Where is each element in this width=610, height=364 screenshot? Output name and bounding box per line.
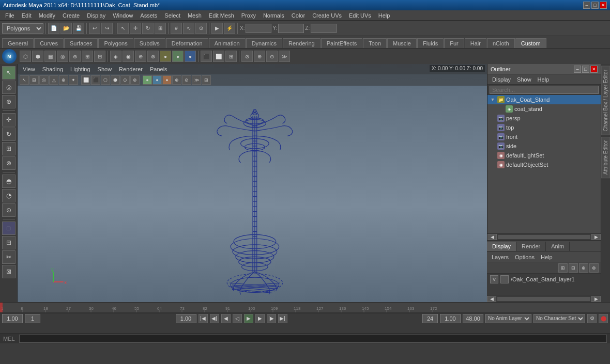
layer-scroll-right[interactable]: ▶ [591,296,601,302]
tree-item-lightset[interactable]: ◉ defaultLightSet [487,151,601,160]
tab-fluids[interactable]: Fluids [417,38,444,48]
expand-icon-side[interactable] [490,143,496,149]
expand-icon-lightset[interactable] [490,152,496,159]
vp-btn-6[interactable]: ✦ [69,75,78,85]
layer-menu-layers[interactable]: Layers [489,254,511,261]
expand-icon-objectset[interactable] [490,162,496,168]
vp-btn-19[interactable]: ⊞ [202,75,211,85]
menu-edit-uvs[interactable]: Edit UVs [346,11,374,20]
menu-mesh[interactable]: Mesh [185,11,205,20]
vp-menu-renderer[interactable]: Renderer [116,65,146,73]
tab-subdivs[interactable]: Subdivs [134,38,165,48]
expand-icon-front[interactable] [490,134,496,140]
minimize-button[interactable]: – [583,2,590,9]
shelf-btn-20[interactable]: ⊙ [266,51,278,62]
anim-opts-btn[interactable]: ⚙ [587,314,597,323]
vp-btn-8[interactable]: ⬛ [91,75,100,85]
menu-modify[interactable]: Modify [36,11,58,20]
outliner-search-input[interactable] [490,86,599,94]
layer-tab-display[interactable]: Display [487,242,516,251]
vp-btn-1[interactable]: ↖ [20,75,29,85]
lasso-tool[interactable]: ◎ [2,81,16,94]
mel-input-area[interactable] [19,335,607,343]
tab-general[interactable]: General [2,38,34,48]
vp-btn-4[interactable]: △ [49,75,58,85]
rotate-tool[interactable]: ↻ [2,128,16,141]
tab-painteffects[interactable]: PaintEffects [321,38,363,48]
shelf-btn-10[interactable]: ⊕ [135,51,146,62]
y-input[interactable] [278,24,304,33]
go-start-btn[interactable]: |◀ [199,314,208,323]
vp-btn-9[interactable]: ⬡ [101,75,110,85]
layer-tab-render[interactable]: Render [516,242,546,251]
scale-tool[interactable]: ⊞ [2,142,16,155]
side-tab-attribute-editor[interactable]: Attribute Editor [601,137,610,178]
show-manip-tool[interactable]: ⊙ [2,203,16,217]
close-button[interactable]: ✕ [600,2,607,9]
menu-display[interactable]: Display [84,11,109,20]
universal-manip[interactable]: ⊗ [2,156,16,170]
tab-surfaces[interactable]: Surfaces [64,38,98,48]
tab-rendering[interactable]: Rendering [283,38,321,48]
tab-dynamics[interactable]: Dynamics [246,38,282,48]
redo-btn[interactable]: ↪ [101,23,113,34]
vp-menu-show[interactable]: Show [95,65,115,73]
scroll-left-btn[interactable]: ◀ [487,234,497,240]
prev-frame-btn[interactable]: ◀ [221,314,231,323]
create-poly-tool[interactable]: □ [2,221,16,235]
outliner-help-menu[interactable]: Help [535,76,552,83]
layer-tool-4[interactable]: ⊗ [589,263,599,273]
shelf-btn-5[interactable]: ⊛ [69,51,81,62]
go-end-btn[interactable]: ▶| [278,314,287,323]
layer-tool-2[interactable]: ⊟ [569,263,578,273]
tab-custom[interactable]: Custom [515,38,546,48]
layer-visibility-check[interactable]: V [490,275,498,283]
stitch-tool[interactable]: ⊠ [2,265,16,278]
layer-menu-help[interactable]: Help [538,254,555,261]
menu-help[interactable]: Help [375,11,393,20]
layer-tool-3[interactable]: ⊕ [579,263,588,273]
shelf-btn-7[interactable]: ⊟ [94,51,105,62]
vp-btn-16[interactable]: ⊕ [172,75,181,85]
shelf-btn-8[interactable]: ◈ [110,51,121,62]
expand-icon-persp[interactable] [490,115,496,121]
tab-ncloth[interactable]: nCloth [487,38,515,48]
tree-item-objectset[interactable]: ◉ defaultObjectSet [487,160,601,169]
open-btn[interactable]: 📂 [60,23,72,34]
shelf-btn-14[interactable]: ● [185,51,196,62]
rotate-btn[interactable]: ↻ [142,23,154,34]
tree-item-front[interactable]: 📷 front [487,132,601,141]
play-btn[interactable]: ▶ [244,314,253,323]
tree-item-oak-coat-stand[interactable]: ▼ 📁 Oak_Coat_Stand [487,95,601,104]
snap-curve-btn[interactable]: ∿ [183,23,194,34]
tab-toon[interactable]: Toon [363,38,387,48]
shelf-btn-12[interactable]: ● [160,51,171,62]
vp-menu-view[interactable]: View [20,65,38,73]
layer-tab-anim[interactable]: Anim [546,242,570,251]
side-tab-channel-box[interactable]: Channel Box / Layer Editor [601,66,610,135]
vp-btn-15[interactable]: ● [162,75,172,85]
sculpt-tool[interactable]: ◔ [2,189,16,202]
range-start-input[interactable] [440,314,461,323]
shelf-btn-9[interactable]: ◉ [123,51,134,62]
character-set-select[interactable]: No Character Set [533,314,585,323]
play-back-btn[interactable]: ◁ [233,314,242,323]
vp-btn-5[interactable]: ⊕ [59,75,68,85]
menu-edit-mesh[interactable]: Edit Mesh [206,11,237,20]
end-frame-input[interactable] [422,314,438,323]
prev-key-btn[interactable]: ◀| [210,314,219,323]
menu-color[interactable]: Color [288,11,308,20]
render-btn[interactable]: ▶ [211,23,223,34]
menu-proxy[interactable]: Proxy [238,11,259,20]
shelf-btn-2[interactable]: ⬢ [32,51,43,62]
expand-icon-top[interactable] [490,124,496,131]
select-tool[interactable]: ↖ [2,66,16,80]
menu-create-uvs[interactable]: Create UVs [309,11,345,20]
shelf-btn-21[interactable]: ≫ [279,51,290,62]
tree-item-coat-stand[interactable]: ◈ coat_stand [487,104,601,114]
tree-item-persp[interactable]: 📷 persp [487,114,601,123]
next-key-btn[interactable]: |▶ [267,314,276,323]
scroll-right-btn[interactable]: ▶ [591,234,601,240]
outliner-max-btn[interactable]: □ [582,66,589,73]
vp-btn-2[interactable]: ⊞ [29,75,39,85]
